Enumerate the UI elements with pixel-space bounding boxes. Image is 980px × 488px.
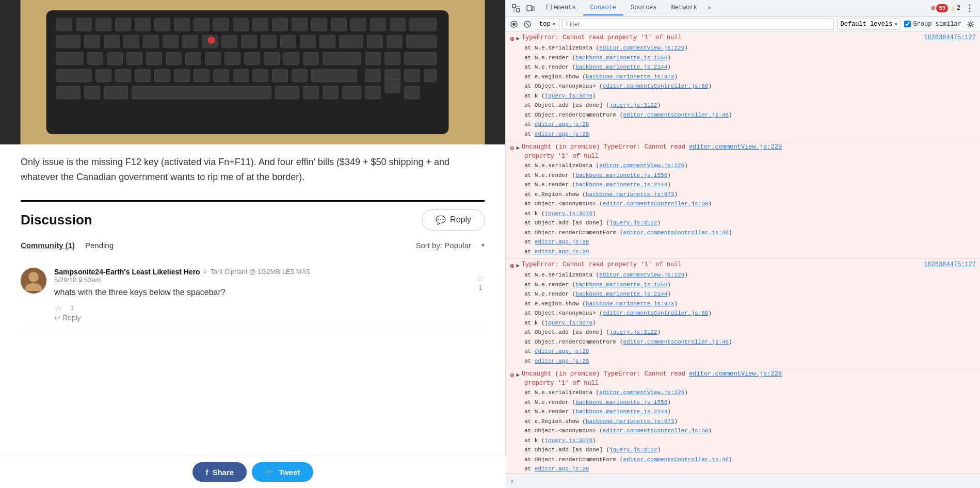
stack-line: at N.e.render (backbone.marionette.js:21… bbox=[524, 289, 976, 299]
stack-link[interactable]: editor.commentsController.js:46 bbox=[623, 457, 729, 463]
stop-recording-icon[interactable] bbox=[509, 19, 519, 29]
stack-line: at editor.app.js:28 bbox=[524, 237, 976, 247]
stack-link[interactable]: editor.commentsController.js:60 bbox=[603, 83, 709, 89]
settings-icon[interactable] bbox=[965, 18, 977, 30]
stack-line: at N.e.serializeData (editor.commentView… bbox=[524, 388, 976, 398]
stack-link[interactable]: backbone.marionette.js:1556 bbox=[575, 55, 667, 61]
err4-source-link[interactable]: editor.commentView.js:229 bbox=[689, 370, 782, 378]
reply-icon: 💬 bbox=[436, 215, 446, 225]
stack-link[interactable]: editor.app.js:29 bbox=[535, 131, 589, 137]
tab-pending[interactable]: Pending bbox=[85, 241, 114, 250]
discussion-tabs: Community (1) Pending Sort by: Popular ▾ bbox=[21, 241, 485, 250]
stack-link[interactable]: backbone.marionette.js:1556 bbox=[575, 172, 667, 178]
stack-link[interactable]: backbone.marionette.js:973 bbox=[586, 301, 674, 307]
comment-recipient: Toni Cipriani @ 1G2MB LE5 MA5 bbox=[210, 268, 310, 275]
group-similar-checkbox[interactable]: Group similar bbox=[904, 21, 961, 28]
comment-star-right[interactable]: ☆ bbox=[476, 273, 485, 284]
stack-link[interactable]: editor.commentView.js:229 bbox=[599, 389, 684, 396]
stack-link[interactable]: backbone.marionette.js:2144 bbox=[575, 182, 667, 188]
stack-link[interactable]: jquery.js:3076 bbox=[545, 437, 592, 444]
error-icon-1: ⊗ bbox=[510, 35, 514, 43]
stack-link[interactable]: editor.commentsController.js:46 bbox=[623, 230, 729, 236]
device-toolbar-button[interactable] bbox=[524, 2, 537, 14]
stack-link[interactable]: backbone.marionette.js:1556 bbox=[575, 282, 667, 288]
stack-line: at Object.renderCommentForm (editor.comm… bbox=[524, 110, 976, 120]
more-options-button[interactable] bbox=[963, 2, 976, 14]
stack-link[interactable]: backbone.marionette.js:973 bbox=[586, 191, 674, 198]
stack-link[interactable]: editor.commentView.js:229 bbox=[599, 45, 684, 51]
err2-source-link[interactable]: editor.commentView.js:229 bbox=[689, 143, 782, 151]
stack-link[interactable]: editor.app.js:29 bbox=[535, 249, 589, 255]
stack-link[interactable]: backbone.marionette.js:2144 bbox=[575, 291, 667, 297]
stack-line: at Object.<anonymous> (editor.commentsCo… bbox=[524, 82, 976, 91]
share-twitter-button[interactable]: 🐦 Tweet bbox=[252, 462, 313, 482]
reply-button[interactable]: 💬 Reply bbox=[422, 209, 485, 231]
top-selector[interactable]: top ▾ bbox=[536, 19, 559, 30]
stack-link[interactable]: backbone.marionette.js:1556 bbox=[575, 399, 667, 405]
stack-link[interactable]: jquery.js:3076 bbox=[545, 210, 592, 217]
expand-arrow-1[interactable]: ▶ bbox=[516, 35, 520, 42]
stack-link[interactable]: jquery.js:3122 bbox=[609, 102, 657, 108]
stack-link[interactable]: jquery.js:3076 bbox=[545, 320, 592, 326]
stack-link[interactable]: editor.commentsController.js:60 bbox=[603, 201, 709, 207]
svg-rect-77 bbox=[276, 86, 299, 99]
stack-link[interactable]: backbone.marionette.js:2144 bbox=[575, 64, 667, 70]
svg-rect-92 bbox=[527, 6, 532, 11]
tab-network[interactable]: Network bbox=[664, 1, 704, 15]
facebook-icon: f bbox=[205, 468, 208, 477]
console-input[interactable] bbox=[516, 478, 976, 485]
expand-arrow-3[interactable]: ▶ bbox=[516, 262, 520, 269]
stack-link[interactable]: editor.app.js:29 bbox=[535, 358, 589, 364]
stack-line: at N.e.serializeData (editor.commentView… bbox=[524, 43, 976, 53]
group-similar-input[interactable] bbox=[904, 21, 911, 27]
stack-link[interactable]: editor.commentView.js:229 bbox=[599, 162, 684, 169]
discussion-title: Discussion bbox=[21, 212, 92, 228]
star-icon[interactable]: ☆ bbox=[54, 302, 62, 314]
stack-link[interactable]: editor.commentsController.js:46 bbox=[623, 112, 729, 118]
article-panel: Only issue is the missing F12 key (activ… bbox=[0, 0, 506, 488]
stack-link[interactable]: editor.app.js:28 bbox=[535, 466, 589, 472]
stack-link[interactable]: editor.app.js:28 bbox=[535, 239, 589, 245]
sort-control[interactable]: Sort by: Popular bbox=[415, 241, 471, 250]
filter-input[interactable] bbox=[563, 19, 834, 30]
svg-rect-22 bbox=[85, 35, 100, 48]
stack-link[interactable]: editor.app.js:28 bbox=[535, 121, 589, 127]
svg-point-95 bbox=[969, 7, 971, 9]
svg-rect-76 bbox=[132, 86, 271, 99]
expand-arrow-4[interactable]: ▶ bbox=[516, 371, 520, 378]
stack-link[interactable]: jquery.js:3122 bbox=[609, 447, 657, 453]
more-tabs-button[interactable]: » bbox=[704, 5, 714, 12]
tab-community[interactable]: Community (1) bbox=[21, 241, 75, 250]
svg-rect-10 bbox=[214, 18, 229, 31]
stack-line: at N.e.render (backbone.marionette.js:21… bbox=[524, 62, 976, 72]
share-facebook-button[interactable]: f Share bbox=[192, 462, 247, 482]
stack-link[interactable]: backbone.marionette.js:2144 bbox=[575, 409, 667, 415]
svg-rect-58 bbox=[116, 69, 131, 82]
stack-link[interactable]: editor.commentView.js:229 bbox=[599, 272, 684, 278]
default-levels-dropdown[interactable]: Default levels ▾ bbox=[837, 19, 902, 30]
top-label: top bbox=[539, 21, 551, 28]
stack-link[interactable]: editor.commentsController.js:46 bbox=[623, 339, 729, 345]
stack-link[interactable]: editor.app.js:28 bbox=[535, 348, 589, 354]
comment-date: 5/29/18 9:53am bbox=[54, 276, 469, 284]
tab-elements[interactable]: Elements bbox=[539, 1, 583, 15]
stack-link[interactable]: jquery.js:3076 bbox=[545, 93, 592, 99]
clear-console-icon[interactable] bbox=[522, 19, 533, 29]
expand-arrow-2[interactable]: ▶ bbox=[516, 144, 520, 151]
svg-rect-38 bbox=[407, 35, 437, 48]
tab-sources[interactable]: Sources bbox=[623, 1, 664, 15]
stack-line: at e.Region.show (backbone.marionette.js… bbox=[524, 190, 976, 200]
stack-link[interactable]: jquery.js:3122 bbox=[609, 220, 657, 226]
stack-link[interactable]: backbone.marionette.js:973 bbox=[586, 74, 674, 80]
svg-rect-75 bbox=[104, 86, 128, 99]
stack-link[interactable]: jquery.js:3122 bbox=[609, 329, 657, 335]
stack-link[interactable]: backbone.marionette.js:973 bbox=[586, 418, 674, 425]
stack-link[interactable]: editor.commentsController.js:60 bbox=[603, 310, 709, 316]
comment-reply-link[interactable]: ↩ Reply bbox=[54, 314, 469, 322]
inspect-element-button[interactable] bbox=[510, 2, 522, 14]
svg-rect-52 bbox=[323, 52, 361, 65]
error-source-3[interactable]: 1826384475:127 bbox=[924, 261, 976, 268]
tab-console[interactable]: Console bbox=[583, 1, 623, 15]
error-source-1[interactable]: 1826384475:127 bbox=[924, 34, 976, 41]
stack-link[interactable]: editor.commentsController.js:60 bbox=[603, 428, 709, 434]
